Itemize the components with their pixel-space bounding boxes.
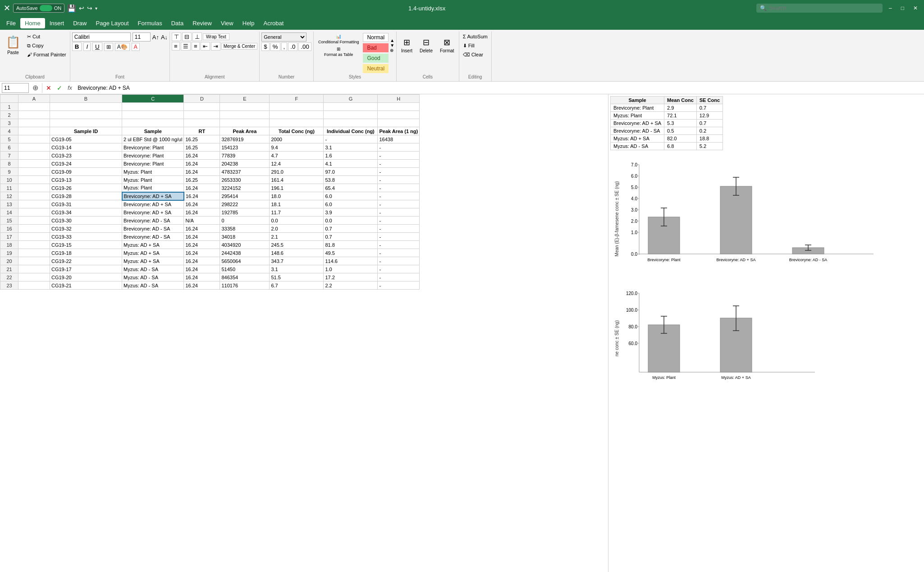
col-header-D[interactable]: D [184, 95, 220, 103]
formula-expand-icon[interactable]: ⊕ [31, 83, 40, 92]
name-box[interactable] [2, 83, 29, 93]
format-button[interactable]: ⊠ Format [437, 32, 457, 58]
grid-cell[interactable]: Brevicoryne: AD - SA [122, 233, 184, 241]
grid-cell[interactable] [18, 249, 50, 257]
grid-cell[interactable]: - [378, 273, 420, 281]
grid-cell[interactable]: 4.7 [270, 152, 324, 160]
row-header[interactable]: 10 [0, 176, 18, 184]
menu-draw[interactable]: Draw [69, 18, 91, 28]
grid-cell[interactable]: 16.24 [184, 257, 220, 265]
grid-cell[interactable]: 298222 [220, 200, 270, 208]
grid-cell[interactable] [122, 103, 184, 111]
align-bottom-button[interactable]: ⊥ [192, 32, 202, 41]
grid-cell[interactable]: 16.24 [184, 208, 220, 217]
grid-cell[interactable]: - [378, 143, 420, 152]
conditional-formatting-button[interactable]: 📊 Conditional Formatting [316, 32, 362, 45]
grid-cell[interactable]: CG19-15 [50, 241, 122, 249]
grid-cell[interactable]: 4034920 [220, 241, 270, 249]
grid-cell[interactable]: 5650064 [220, 257, 270, 265]
grid-cell[interactable] [18, 192, 50, 200]
grid-cell[interactable] [18, 152, 50, 160]
autosave-badge[interactable]: AutoSave ON [13, 4, 64, 13]
grid-cell[interactable] [324, 119, 378, 127]
grid-cell[interactable]: 33358 [220, 225, 270, 233]
grid-cell[interactable]: Brevicoryne: Plant [122, 160, 184, 168]
fill-button[interactable]: ⬇ Fill [461, 42, 476, 50]
grid-cell[interactable] [18, 160, 50, 168]
grid-cell[interactable]: Myzus: AD + SA [122, 241, 184, 249]
grid-cell[interactable]: CG19-30 [50, 217, 122, 225]
grid-cell[interactable]: - [378, 265, 420, 273]
italic-button[interactable]: I [83, 42, 91, 51]
col-header-C[interactable]: C [122, 95, 184, 103]
grid-cell[interactable]: CG19-34 [50, 208, 122, 217]
grid-cell[interactable]: 245.5 [270, 241, 324, 249]
grid-cell[interactable]: 161.4 [270, 176, 324, 184]
grid-cell[interactable]: - [378, 184, 420, 192]
grid-cell[interactable]: 34018 [220, 233, 270, 241]
grid-cell[interactable] [220, 111, 270, 119]
grid-cell[interactable]: 2.1 [270, 233, 324, 241]
save-icon[interactable]: 💾 [67, 4, 76, 13]
grid-cell[interactable]: 1.6 [324, 152, 378, 160]
menu-home[interactable]: Home [20, 18, 45, 28]
grid-cell[interactable]: 17.2 [324, 273, 378, 281]
grid-header-cell[interactable]: Sample ID [50, 127, 122, 135]
bold-button[interactable]: B [72, 42, 82, 51]
grid-cell[interactable] [324, 103, 378, 111]
grid-cell[interactable]: 12.4 [270, 160, 324, 168]
menu-acrobat[interactable]: Acrobat [259, 18, 288, 28]
format-as-table-button[interactable]: ⊞ Format as Table [316, 45, 362, 58]
grid-cell[interactable] [184, 119, 220, 127]
grid-cell[interactable]: 2442438 [220, 249, 270, 257]
autosum-button[interactable]: Σ AutoSum [461, 32, 489, 41]
grid-cell[interactable] [50, 103, 122, 111]
grid-cell[interactable]: 16.24 [184, 152, 220, 160]
grid-cell[interactable]: 192785 [220, 208, 270, 217]
col-header-H[interactable]: H [378, 95, 420, 103]
grid-cell[interactable]: 4.1 [324, 160, 378, 168]
grid-cell[interactable]: 16.24 [184, 281, 220, 290]
copy-button[interactable]: ⧉ Copy [25, 42, 68, 50]
menu-formulas[interactable]: Formulas [133, 18, 167, 28]
grid-cell[interactable]: 16.24 [184, 273, 220, 281]
grid-cell[interactable]: CG19-18 [50, 249, 122, 257]
grid-cell[interactable] [122, 119, 184, 127]
align-right-button[interactable]: ≡ [192, 42, 200, 51]
grid-cell[interactable]: - [378, 217, 420, 225]
grid-cell[interactable]: Myzus: AD + SA [122, 257, 184, 265]
grid-cell[interactable]: 16.25 [184, 135, 220, 143]
undo-icon[interactable]: ↩ [79, 5, 84, 12]
col-header-B[interactable]: B [50, 95, 122, 103]
formula-input[interactable] [76, 84, 922, 92]
grid-cell[interactable] [184, 103, 220, 111]
grid-cell[interactable] [220, 103, 270, 111]
row-header[interactable]: 2 [0, 111, 18, 119]
font-color-button[interactable]: A [132, 43, 140, 51]
grid-cell[interactable] [378, 103, 420, 111]
menu-view[interactable]: View [216, 18, 238, 28]
grid-cell[interactable]: 2653330 [220, 176, 270, 184]
grid-cell[interactable]: 53.8 [324, 176, 378, 184]
grid-cell[interactable] [18, 168, 50, 176]
row-header[interactable]: 19 [0, 249, 18, 257]
grid-cell[interactable]: 295414 [220, 192, 270, 200]
grid-cell[interactable] [18, 135, 50, 143]
grid-cell[interactable] [270, 111, 324, 119]
grid-cell[interactable]: 6.7 [270, 281, 324, 290]
grid-cell[interactable]: 11.7 [270, 208, 324, 217]
format-painter-button[interactable]: 🖌 Format Painter [25, 51, 68, 59]
grid-cell[interactable] [18, 265, 50, 273]
menu-insert[interactable]: Insert [45, 18, 69, 28]
grid-cell[interactable]: 2 ul EBF Std @ 1000 ng/ul [122, 135, 184, 143]
align-top-button[interactable]: ⊤ [172, 32, 181, 41]
row-header[interactable]: 20 [0, 257, 18, 265]
clear-button[interactable]: ⌫ Clear [461, 51, 485, 59]
grid-cell[interactable]: - [378, 200, 420, 208]
grid-cell[interactable]: 3224152 [220, 184, 270, 192]
grid-cell[interactable]: 0 [220, 217, 270, 225]
grid-cell[interactable]: Brevicoryne: AD + SA [122, 192, 184, 200]
row-header[interactable]: 18 [0, 241, 18, 249]
grid-cell[interactable]: 0.0 [324, 217, 378, 225]
menu-help[interactable]: Help [238, 18, 259, 28]
